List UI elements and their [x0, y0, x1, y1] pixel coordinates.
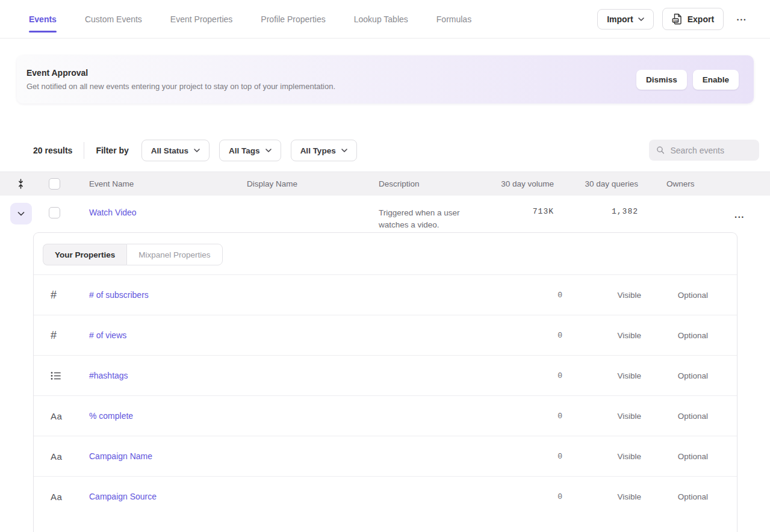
property-visibility: Visible	[562, 452, 641, 461]
ellipsis-icon: •••	[737, 17, 747, 23]
collapse-all-button[interactable]	[16, 179, 43, 189]
column-header-display-name: Display Name	[247, 179, 379, 188]
properties-panel: Your Properties Mixpanel Properties # # …	[33, 232, 737, 532]
tab-formulas[interactable]: Formulas	[436, 0, 471, 38]
list-type-icon	[51, 371, 61, 380]
property-row: #hashtags 0 Visible Optional	[34, 355, 737, 395]
property-visibility: Visible	[562, 331, 641, 340]
number-type-icon: #	[51, 289, 57, 302]
export-button[interactable]: csv Export	[662, 8, 724, 30]
tab-events[interactable]: Events	[29, 0, 57, 38]
property-name-link[interactable]: #hashtags	[89, 371, 128, 380]
property-row: # # of subscribers 0 Visible Optional	[34, 274, 737, 315]
tab-event-properties[interactable]: Event Properties	[170, 0, 233, 38]
tab-lookup-tables[interactable]: Lookup Tables	[354, 0, 408, 38]
property-requirement: Optional	[641, 452, 708, 461]
tags-filter-dropdown[interactable]: All Tags	[219, 140, 281, 161]
svg-text:csv: csv	[673, 19, 678, 22]
column-header-volume: 30 day volume	[494, 179, 554, 188]
tab-profile-properties-label: Profile Properties	[261, 14, 325, 24]
property-name-link[interactable]: Campaign Name	[89, 451, 152, 461]
filter-by-label: Filter by	[96, 146, 128, 155]
banner-actions: Dismiss Enable	[636, 70, 739, 90]
chevron-down-icon	[265, 149, 272, 152]
tab-your-properties-label: Your Properties	[55, 250, 115, 259]
chevron-down-icon	[341, 149, 347, 152]
event-approval-banner: Event Approval Get notified on all new e…	[17, 55, 754, 104]
types-filter-dropdown[interactable]: All Types	[291, 140, 357, 161]
tab-mixpanel-properties-label: Mixpanel Properties	[138, 250, 210, 259]
property-name-link[interactable]: # of views	[89, 330, 126, 340]
export-button-label: Export	[688, 14, 714, 24]
event-volume: 713K	[494, 207, 554, 216]
import-button-label: Import	[607, 14, 633, 24]
top-nav: Events Custom Events Event Properties Pr…	[0, 0, 770, 39]
property-row: Aa % complete 0 Visible Optional	[34, 395, 737, 436]
tab-your-properties[interactable]: Your Properties	[43, 244, 126, 265]
enable-button[interactable]: Enable	[693, 70, 739, 90]
row-checkbox[interactable]	[49, 207, 60, 218]
property-count: 0	[490, 412, 562, 421]
banner-text: Event Approval Get notified on all new e…	[26, 68, 335, 91]
banner-description: Get notified on all new events entering …	[26, 82, 335, 91]
property-requirement: Optional	[641, 412, 708, 421]
property-requirement: Optional	[641, 291, 708, 300]
search-input[interactable]	[670, 146, 752, 155]
ellipsis-icon: •••	[735, 214, 745, 220]
divider	[84, 142, 84, 159]
banner-title: Event Approval	[26, 68, 335, 78]
property-visibility: Visible	[562, 291, 641, 300]
event-description: Triggered when a user watches a video.	[379, 207, 475, 231]
column-header-owners: Owners	[638, 179, 710, 188]
event-queries: 1,382	[554, 207, 638, 216]
tab-events-label: Events	[29, 14, 57, 24]
table-header: Event Name Display Name Description 30 d…	[0, 172, 770, 196]
property-name-link[interactable]: Campaign Source	[89, 492, 157, 501]
property-count: 0	[490, 492, 562, 501]
nav-tab-bar: Events Custom Events Event Properties Pr…	[29, 0, 471, 38]
property-count: 0	[490, 291, 562, 300]
collapse-rows-icon	[16, 179, 25, 189]
column-header-queries: 30 day queries	[554, 179, 638, 188]
more-options-button[interactable]: •••	[732, 11, 752, 27]
property-requirement: Optional	[641, 492, 708, 501]
property-row: Aa Campaign Name 0 Visible Optional	[34, 436, 737, 476]
tab-formulas-label: Formulas	[436, 14, 471, 24]
tab-lookup-tables-label: Lookup Tables	[354, 14, 408, 24]
select-all-checkbox[interactable]	[49, 178, 60, 190]
search-box	[649, 140, 759, 161]
text-type-icon: Aa	[51, 492, 62, 502]
table-row: Watch Video Triggered when a user watche…	[0, 196, 770, 231]
number-type-icon: #	[51, 329, 57, 342]
tab-custom-events[interactable]: Custom Events	[85, 0, 142, 38]
csv-file-icon: csv	[672, 13, 683, 25]
status-filter-label: All Status	[151, 146, 188, 155]
column-header-event-name: Event Name	[89, 179, 247, 188]
property-count: 0	[490, 452, 562, 461]
property-visibility: Visible	[562, 371, 641, 380]
results-count: 20 results	[33, 146, 72, 155]
property-count: 0	[490, 371, 562, 380]
search-icon	[656, 145, 665, 155]
chevron-down-icon	[17, 212, 25, 216]
tab-mixpanel-properties[interactable]: Mixpanel Properties	[126, 244, 222, 265]
property-visibility: Visible	[562, 412, 641, 421]
property-visibility: Visible	[562, 492, 641, 501]
tab-custom-events-label: Custom Events	[85, 14, 142, 24]
tab-event-properties-label: Event Properties	[170, 14, 233, 24]
import-button[interactable]: Import	[597, 9, 654, 29]
text-type-icon: Aa	[51, 411, 62, 421]
property-name-link[interactable]: # of subscribers	[89, 290, 149, 300]
tab-profile-properties[interactable]: Profile Properties	[261, 0, 325, 38]
property-row: Aa Campaign Source 0 Visible Optional	[34, 476, 737, 516]
property-row: # # of views 0 Visible Optional	[34, 315, 737, 355]
row-more-options-button[interactable]: •••	[730, 208, 750, 224]
text-type-icon: Aa	[51, 451, 62, 462]
event-name-link[interactable]: Watch Video	[89, 208, 137, 217]
dismiss-button[interactable]: Dismiss	[636, 70, 687, 90]
properties-tab-group: Your Properties Mixpanel Properties	[43, 244, 223, 265]
collapse-row-button[interactable]	[10, 203, 32, 224]
property-name-link[interactable]: % complete	[89, 411, 133, 421]
property-requirement: Optional	[641, 331, 708, 340]
status-filter-dropdown[interactable]: All Status	[141, 140, 210, 161]
